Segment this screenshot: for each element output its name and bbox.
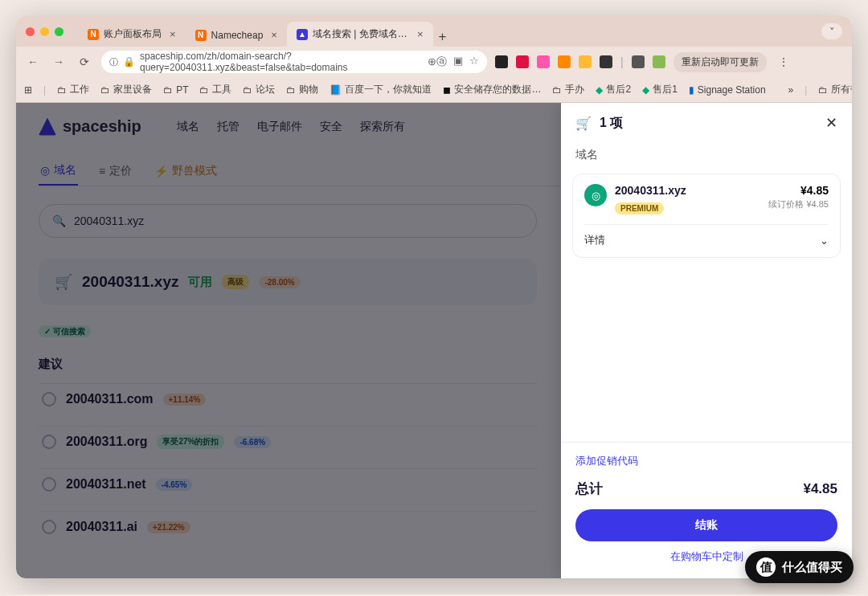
cart-total: 总计 ¥4.85 (575, 480, 837, 498)
bookmark-folder[interactable]: 🗀论坛 (243, 83, 275, 96)
new-tab-button[interactable]: + (433, 27, 452, 47)
bookmark-folder[interactable]: 🗀PT (163, 84, 188, 96)
url-text: spaceship.com/zh/domain-search/?query=20… (140, 51, 423, 73)
lock-icon: 🔒 (123, 56, 135, 67)
bm-divider: | (43, 84, 46, 96)
watermark-icon: 值 (756, 557, 776, 577)
bookmark-folder[interactable]: 🗀工作 (57, 83, 89, 96)
reload-button[interactable]: ⟳ (76, 55, 93, 68)
watermark-fab[interactable]: 值 什么值得买 (745, 551, 854, 583)
bookmark-star-icon[interactable]: ☆ (469, 55, 479, 69)
bookmark-item[interactable]: ◼安全储存您的数据… (443, 83, 541, 96)
tab-close-icon[interactable]: × (170, 28, 176, 40)
forward-button[interactable]: → (50, 55, 68, 68)
tab-title: 域名搜索 | 免费域名可用性工具 (313, 27, 409, 41)
titlebar: N 账户面板布局 × N Namecheap × ▲ 域名搜索 | 免费域名可用… (16, 16, 852, 47)
install-icon[interactable]: ▣ (453, 55, 463, 69)
bookmark-folder[interactable]: 🗀手办 (552, 83, 584, 96)
site-info-icon[interactable]: ⓘ (109, 56, 118, 68)
tabs-collapse-icon[interactable]: ˅ (821, 23, 842, 39)
cart-item-name: 20040311.xyz (615, 184, 686, 197)
close-cart-icon[interactable]: ✕ (825, 114, 837, 132)
cart-item: ◎ 20040311.xyz PREMIUM ¥4.85 续订价格 ¥4.85 … (572, 173, 841, 258)
favicon-icon: N (195, 30, 207, 41)
apps-icon[interactable]: ⊞ (24, 84, 32, 96)
bookmark-item[interactable]: ◆售后1 (642, 83, 678, 96)
cart-header: 🛒 1 项 ✕ (561, 103, 852, 143)
checkout-button[interactable]: 结账 (575, 509, 837, 541)
extensions-row: | (495, 55, 665, 68)
favicon-icon: ▲ (297, 29, 308, 40)
extension-icon[interactable] (516, 55, 529, 68)
premium-badge: PREMIUM (615, 202, 664, 214)
back-button[interactable]: ← (24, 55, 42, 68)
details-label: 详情 (584, 233, 605, 247)
total-amount: ¥4.85 (803, 481, 837, 497)
bookmark-item[interactable]: 📘百度一下，你就知道 (330, 83, 432, 96)
translate-icon[interactable]: ⊕ⓐ (428, 55, 447, 69)
tab-1[interactable]: N Namecheap × (186, 23, 287, 47)
cart-panel: 🛒 1 项 ✕ 域名 ◎ 20040311.xyz PREMIUM ¥4.85 … (561, 103, 852, 578)
extensions-divider: | (620, 55, 624, 68)
cart-item-price: ¥4.85 (768, 184, 829, 197)
browser-window: N 账户面板布局 × N Namecheap × ▲ 域名搜索 | 免费域名可用… (16, 16, 852, 578)
bm-divider: | (805, 84, 807, 96)
watermark-text: 什么值得买 (782, 560, 842, 575)
extension-icon[interactable] (600, 55, 612, 68)
extension-icon[interactable] (579, 55, 592, 68)
favicon-icon: N (88, 29, 99, 40)
menu-icon[interactable]: ⋮ (775, 55, 792, 68)
cart-item-renew-price: 续订价格 ¥4.85 (768, 198, 829, 210)
tab-title: Namecheap (211, 30, 264, 41)
profile-avatar-icon[interactable] (653, 55, 665, 68)
extension-icon[interactable] (495, 55, 508, 68)
bookmark-item[interactable]: ◆售后2 (596, 83, 631, 96)
tab-close-icon[interactable]: × (271, 29, 277, 41)
tab-title: 账户面板布局 (104, 27, 162, 41)
bookmark-folder[interactable]: 🗀工具 (199, 83, 231, 96)
cart-icon: 🛒 (575, 116, 592, 131)
bookmark-folder[interactable]: 🗀购物 (286, 83, 318, 96)
bookmarks-bar: ⊞ | 🗀工作 🗀家里设备 🗀PT 🗀工具 🗀论坛 🗀购物 📘百度一下，你就知道… (16, 77, 852, 103)
maximize-window-icon[interactable] (55, 27, 63, 36)
toolbar: ← → ⟳ ⓘ 🔒 spaceship.com/zh/domain-search… (16, 47, 852, 77)
add-promo-link[interactable]: 添加促销代码 (575, 454, 837, 468)
bookmark-item[interactable]: ▮Signage Station (689, 84, 766, 96)
update-browser-button[interactable]: 重新启动即可更新 (674, 52, 767, 72)
tab-2[interactable]: ▲ 域名搜索 | 免费域名可用性工具 × (287, 22, 433, 47)
total-label: 总计 (575, 480, 603, 498)
tab-0[interactable]: N 账户面板布局 × (78, 22, 186, 47)
chevron-down-icon: ⌄ (820, 235, 829, 247)
domain-icon: ◎ (584, 184, 607, 206)
window-controls (26, 27, 63, 36)
all-bookmarks[interactable]: 🗀所有书签 (818, 83, 852, 96)
minimize-window-icon[interactable] (40, 27, 49, 36)
bookmarks-overflow[interactable]: » (788, 84, 794, 96)
cart-section-label: 域名 (561, 143, 852, 173)
extension-icon[interactable] (558, 55, 571, 68)
details-toggle[interactable]: 详情 ⌄ (584, 224, 829, 247)
tab-close-icon[interactable]: × (417, 28, 424, 40)
address-bar[interactable]: ⓘ 🔒 spaceship.com/zh/domain-search/?quer… (101, 51, 487, 73)
tab-strip: N 账户面板布局 × N Namecheap × ▲ 域名搜索 | 免费域名可用… (78, 16, 815, 47)
cart-title: 1 项 (600, 115, 623, 132)
content-area: spaceship 域名 托管 电子邮件 安全 探索所有 ○ 库 ◎ 域名 ≡ … (16, 103, 852, 578)
bookmark-folder[interactable]: 🗀家里设备 (100, 83, 152, 96)
extension-icon[interactable] (632, 55, 645, 68)
extension-icon[interactable] (537, 55, 550, 68)
close-window-icon[interactable] (26, 27, 35, 36)
